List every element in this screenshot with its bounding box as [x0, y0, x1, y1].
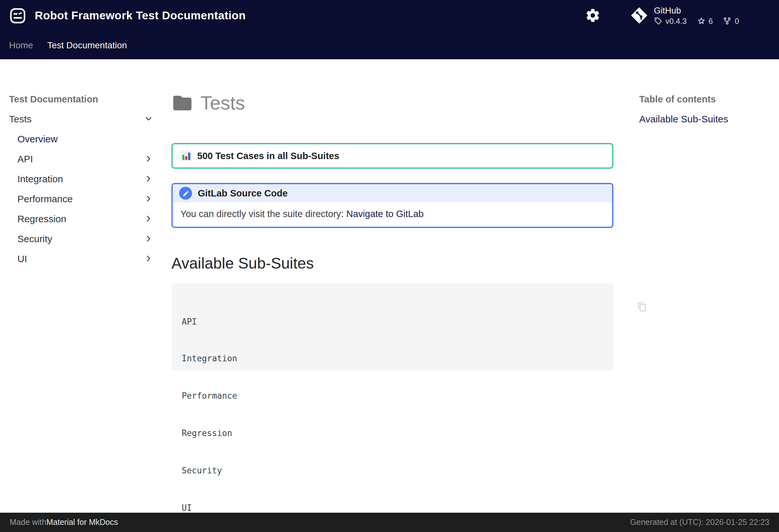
code-line: Performance — [182, 390, 603, 403]
sidebar-item-integration[interactable]: Integration — [17, 169, 156, 189]
git-icon — [630, 6, 648, 24]
info-admonition-header: GitLab Source Code — [173, 184, 612, 202]
header-actions: GitHub v0.4.3 6 — [585, 5, 739, 26]
page-title: Tests — [200, 92, 245, 114]
repo-version: v0.4.3 — [666, 16, 686, 26]
generated-timestamp: Generated at (UTC): 2026-01-25 22:23 — [630, 518, 769, 527]
navigate-to-gitlab-link[interactable]: Navigate to GitLab — [346, 209, 424, 219]
chevron-right-icon[interactable] — [144, 254, 153, 263]
made-with-text: Made with — [10, 518, 46, 527]
sidebar-item-overview[interactable]: Overview — [17, 129, 156, 149]
toc-item-available-sub-suites[interactable]: Available Sub-Suites — [639, 109, 775, 129]
sidebar-item-regression[interactable]: Regression — [17, 209, 156, 228]
sidebar-nested-list: Overview API Integration Performance Reg… — [9, 129, 156, 269]
page-footer: Made with Material for MkDocs Generated … — [0, 513, 779, 532]
page: Robot Framework Test Documentation GitHu… — [0, 0, 779, 532]
main-content: Tests 500 Test Cases in all Sub-Suites G… — [171, 89, 613, 370]
sidebar-item-label: Performance — [17, 193, 73, 204]
settings-icon[interactable] — [585, 8, 601, 23]
code-line: Regression — [182, 427, 603, 440]
sidebar-item-performance[interactable]: Performance — [17, 189, 156, 209]
tab-test-documentation[interactable]: Test Documentation — [47, 40, 127, 50]
success-admonition-title: 500 Test Cases in all Sub-Suites — [197, 151, 339, 161]
nav-sidebar: Test Documentation Tests Overview API In… — [9, 89, 156, 269]
fork-icon — [723, 17, 732, 25]
success-admonition: 500 Test Cases in all Sub-Suites — [171, 143, 613, 169]
material-for-mkdocs-link[interactable]: Material for MkDocs — [46, 518, 118, 527]
toc-item-label: Available Sub-Suites — [639, 113, 728, 124]
copy-icon[interactable] — [597, 290, 606, 300]
sidebar-item-label: API — [17, 153, 33, 164]
chevron-right-icon[interactable] — [144, 174, 153, 184]
chevron-right-icon[interactable] — [144, 214, 153, 223]
star-icon — [697, 17, 705, 25]
page-title-row: Tests — [171, 89, 613, 117]
repo-forks: 0 — [735, 16, 739, 26]
chevron-down-icon[interactable] — [144, 114, 153, 124]
app-header: Robot Framework Test Documentation GitHu… — [0, 0, 779, 31]
pencil-icon — [179, 187, 192, 200]
tab-bar: Home Test Documentation — [0, 31, 779, 59]
sidebar-section-label: Tests — [9, 113, 32, 124]
chevron-right-icon[interactable] — [144, 154, 153, 163]
repo-stars: 6 — [709, 16, 713, 26]
sidebar-item-label: Overview — [17, 133, 58, 144]
tab-home[interactable]: Home — [9, 40, 33, 50]
repo-link[interactable]: GitHub v0.4.3 6 — [630, 5, 739, 26]
sidebar-section-tests[interactable]: Tests — [9, 109, 156, 129]
info-admonition-body: You can directly visit the suite directo… — [173, 202, 612, 225]
sidebar-title: Test Documentation — [9, 89, 156, 109]
code-line: UI — [182, 502, 603, 514]
chevron-right-icon[interactable] — [144, 234, 153, 244]
table-of-contents: Table of contents Available Sub-Suites — [639, 89, 775, 129]
code-line: API — [182, 315, 603, 328]
toc-title: Table of contents — [639, 89, 775, 109]
sidebar-item-ui[interactable]: UI — [17, 249, 156, 269]
info-admonition: GitLab Source Code You can directly visi… — [171, 183, 613, 228]
repo-name: GitHub — [654, 5, 739, 16]
repo-meta: v0.4.3 6 — [654, 16, 739, 26]
sidebar-item-security[interactable]: Security — [17, 228, 156, 249]
sidebar-item-label: Integration — [17, 173, 63, 184]
code-line: Security — [182, 464, 603, 477]
sidebar-item-label: UI — [17, 253, 27, 264]
robot-framework-logo-icon[interactable] — [9, 7, 26, 24]
section-heading: Available Sub-Suites — [171, 254, 613, 272]
sidebar-item-label: Security — [17, 233, 52, 244]
info-body-text: You can directly visit the suite directo… — [180, 209, 346, 219]
sidebar-item-api[interactable]: API — [17, 149, 156, 169]
folder-icon — [171, 92, 193, 114]
chevron-right-icon[interactable] — [144, 194, 153, 204]
bar-chart-icon — [181, 151, 191, 161]
repo-info: GitHub v0.4.3 6 — [654, 5, 739, 26]
code-line: Integration — [182, 353, 603, 365]
site-title[interactable]: Robot Framework Test Documentation — [35, 9, 246, 22]
code-block: API Integration Performance Regression S… — [171, 283, 613, 370]
tag-icon — [654, 17, 662, 25]
info-admonition-title: GitLab Source Code — [198, 188, 288, 198]
sidebar-item-label: Regression — [17, 213, 66, 224]
